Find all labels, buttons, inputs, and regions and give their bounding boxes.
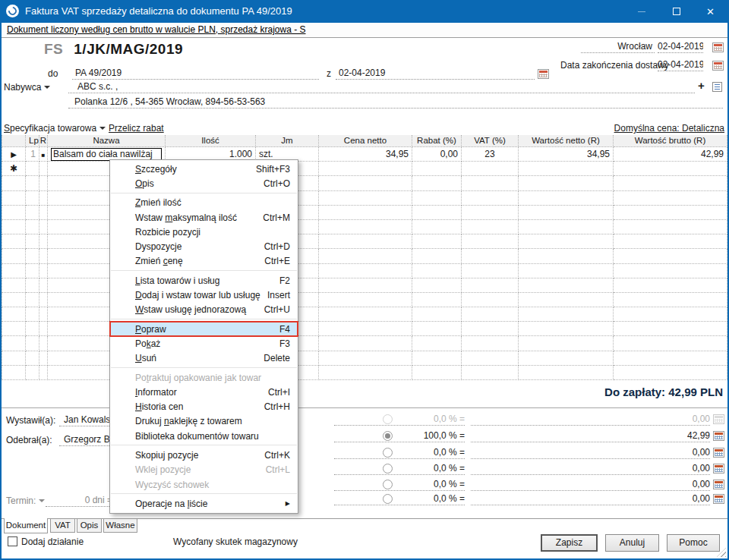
table-cell[interactable] — [2, 249, 26, 263]
menu-item-zmie-cen[interactable]: Zmień cenęCtrl+E — [110, 254, 298, 269]
table-cell[interactable] — [519, 351, 614, 366]
table-cell[interactable] — [39, 162, 48, 176]
table-cell[interactable] — [319, 366, 412, 380]
maximize-button[interactable] — [659, 0, 693, 23]
table-cell[interactable]: R — [39, 135, 48, 147]
table-cell[interactable]: Nazwa — [48, 135, 166, 147]
table-cell[interactable]: 34,95 — [519, 147, 614, 162]
table-cell[interactable] — [519, 366, 614, 380]
payment-percent-field[interactable]: 100,0 % = — [334, 429, 465, 442]
ref-date-field[interactable]: 02-04-2019 — [336, 68, 535, 80]
table-cell[interactable] — [26, 264, 39, 278]
table-cell[interactable] — [319, 191, 412, 206]
table-cell[interactable] — [462, 249, 519, 263]
table-cell[interactable] — [462, 307, 519, 322]
table-cell[interactable] — [614, 336, 727, 351]
table-cell[interactable] — [319, 206, 412, 220]
table-cell[interactable] — [2, 135, 26, 147]
payment-amount-field[interactable]: 0,00 — [471, 478, 710, 491]
tab-wlasne[interactable]: Własne — [103, 519, 137, 533]
row-selector-cell[interactable]: ▶ — [2, 147, 26, 162]
table-cell[interactable]: 23 — [462, 147, 519, 162]
buyer-name-field[interactable]: ABC s.c. , — [68, 81, 695, 93]
table-cell[interactable] — [39, 307, 48, 322]
table-cell[interactable] — [2, 307, 26, 322]
table-cell[interactable] — [519, 162, 614, 176]
table-cell[interactable] — [519, 220, 614, 234]
table-cell[interactable] — [319, 234, 412, 249]
table-cell[interactable] — [462, 162, 519, 176]
table-cell[interactable] — [2, 336, 26, 351]
table-cell[interactable] — [319, 162, 412, 176]
table-cell[interactable] — [412, 293, 462, 307]
table-cell[interactable] — [462, 220, 519, 234]
table-cell[interactable] — [39, 351, 48, 366]
table-cell[interactable] — [39, 234, 48, 249]
table-cell[interactable]: 0,00 — [412, 147, 462, 162]
menu-item-wstaw-us-ug-jednorazow[interactable]: Wstaw usługę jednorazowąCtrl+U — [110, 303, 298, 317]
table-cell[interactable] — [519, 234, 614, 249]
menu-item-poka[interactable]: PokażF3 — [110, 336, 298, 351]
payment-amount-field[interactable]: 0,00 — [471, 413, 710, 426]
table-cell[interactable]: Lp — [26, 135, 39, 147]
payment-percent-field[interactable]: 0,0 % = — [334, 492, 465, 505]
table-cell[interactable] — [462, 351, 519, 366]
table-cell[interactable] — [462, 322, 519, 336]
table-cell[interactable] — [519, 322, 614, 336]
table-cell[interactable] — [39, 220, 48, 234]
table-cell[interactable] — [614, 220, 727, 234]
table-cell[interactable] — [614, 307, 727, 322]
table-cell[interactable]: 34,95 — [319, 147, 412, 162]
menu-item-lista-towar-w-i-us-ug[interactable]: Lista towarów i usługF2 — [110, 273, 298, 288]
table-cell[interactable] — [462, 278, 519, 293]
table-cell[interactable]: 1 — [26, 147, 39, 162]
table-cell[interactable] — [614, 191, 727, 206]
menu-item-skopiuj-pozycje[interactable]: Skopiuj pozycjeCtrl+K — [110, 448, 298, 462]
table-cell[interactable] — [519, 307, 614, 322]
table-cell[interactable] — [39, 249, 48, 263]
payment-amount-field[interactable]: 0,00 — [471, 492, 710, 505]
table-cell[interactable] — [614, 264, 727, 278]
table-cell[interactable] — [462, 176, 519, 190]
table-cell[interactable] — [2, 278, 26, 293]
table-cell[interactable] — [462, 234, 519, 249]
menu-item-zmie-ilo[interactable]: Zmień ilość — [110, 196, 298, 210]
table-cell[interactable] — [412, 176, 462, 190]
table-cell[interactable] — [26, 249, 39, 263]
calculator-icon[interactable] — [713, 448, 724, 458]
table-cell[interactable] — [2, 366, 26, 380]
table-cell[interactable] — [519, 264, 614, 278]
table-cell[interactable] — [519, 206, 614, 220]
table-cell[interactable]: Cena netto — [319, 135, 412, 147]
calculator-icon[interactable] — [713, 464, 724, 473]
table-cell[interactable] — [319, 249, 412, 263]
menu-item-drukuj-naklejk-z-towarem[interactable]: Drukuj naklejkę z towarem — [110, 414, 298, 429]
tab-opis[interactable]: Opis — [77, 519, 102, 533]
table-cell[interactable] — [2, 322, 26, 336]
table-cell[interactable] — [462, 336, 519, 351]
table-cell[interactable] — [26, 234, 39, 249]
buyer-address-field[interactable]: Polanka 12/6 , 54-365 Wrocław, 894-56-53… — [68, 96, 723, 109]
recalc-discount-link[interactable]: Przelicz rabat — [109, 123, 164, 134]
table-cell[interactable] — [412, 220, 462, 234]
table-cell[interactable] — [319, 307, 412, 322]
calculator-icon[interactable] — [713, 494, 724, 504]
table-cell[interactable] — [412, 234, 462, 249]
calculator-icon[interactable] — [713, 414, 724, 424]
table-cell[interactable] — [26, 351, 39, 366]
table-cell[interactable] — [614, 322, 727, 336]
table-cell[interactable] — [462, 366, 519, 380]
table-cell[interactable] — [2, 293, 26, 307]
delivery-date-field[interactable]: 02-04-2019 — [658, 59, 703, 71]
table-cell[interactable] — [519, 191, 614, 206]
table-cell[interactable] — [39, 206, 48, 220]
table-cell[interactable] — [26, 162, 39, 176]
payment-amount-field[interactable]: 0,00 — [471, 446, 710, 459]
table-cell[interactable] — [26, 307, 39, 322]
table-cell[interactable] — [39, 191, 48, 206]
table-cell[interactable] — [462, 293, 519, 307]
row-selector-cell[interactable]: ✱ — [2, 162, 26, 176]
table-cell[interactable] — [319, 176, 412, 190]
menu-item-rozbicie-pozycji[interactable]: Rozbicie pozycji — [110, 225, 298, 239]
table-cell[interactable] — [614, 162, 727, 176]
